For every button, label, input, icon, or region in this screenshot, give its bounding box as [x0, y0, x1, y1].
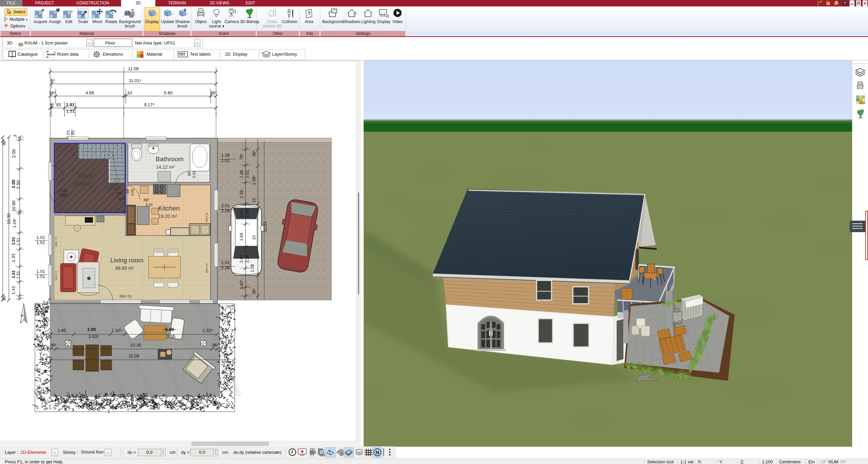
svg-text:1.41: 1.41: [11, 286, 16, 294]
svg-text:5.60: 5.60: [164, 90, 172, 95]
svg-text:36⁵: 36⁵: [252, 288, 256, 294]
svg-text:2.01: 2.01: [239, 210, 244, 218]
svg-text:BRH 75: BRH 75: [58, 144, 68, 147]
svg-text:2.01: 2.01: [146, 203, 153, 207]
svg-text:11.08: 11.08: [129, 353, 139, 358]
svg-text:19.20 m²: 19.20 m²: [158, 214, 177, 219]
svg-text:BRH 75: BRH 75: [55, 237, 58, 246]
svg-text:BRH 75: BRH 75: [55, 271, 58, 280]
svg-text:11.08: 11.08: [128, 66, 139, 71]
svg-text:4.65: 4.65: [85, 90, 94, 95]
svg-text:1.51: 1.51: [66, 109, 75, 114]
svg-text:2.50: 2.50: [16, 180, 21, 189]
svg-text:2.00: 2.00: [87, 327, 96, 332]
svg-text:36⁵: 36⁵: [50, 343, 56, 348]
svg-text:N: N: [375, 449, 379, 455]
svg-text:2.35: 2.35: [167, 334, 175, 339]
svg-text:36⁵: 36⁵: [252, 150, 256, 156]
svg-text:1.01: 1.01: [221, 158, 230, 163]
svg-text:Floor: Floor: [78, 172, 93, 180]
svg-text:2.26: 2.26: [221, 265, 230, 270]
svg-text:1.32⁵: 1.32⁵: [202, 328, 213, 333]
svg-text:83: 83: [56, 103, 61, 107]
svg-text:18.7 25.5: 18.7 25.5: [107, 187, 120, 190]
svg-text:36⁵: 36⁵: [2, 295, 6, 301]
svg-text:Kitchen: Kitchen: [158, 205, 179, 212]
svg-text:1.33: 1.33: [11, 254, 16, 262]
svg-text:1.01: 1.01: [11, 270, 16, 278]
svg-text:Living room: Living room: [110, 257, 143, 264]
svg-text:1.65: 1.65: [57, 328, 66, 333]
svg-text:2.01: 2.01: [221, 203, 230, 208]
svg-text:2.01: 2.01: [192, 171, 196, 178]
svg-text:36⁵: 36⁵: [49, 90, 56, 95]
svg-text:14.12 m²: 14.12 m²: [156, 164, 175, 170]
svg-text:1.10⁵: 1.10⁵: [112, 328, 122, 333]
svg-text:1.01: 1.01: [11, 237, 16, 245]
svg-text:1.51: 1.51: [16, 271, 21, 279]
svg-text:1.42⁵: 1.42⁵: [239, 280, 244, 289]
svg-text:11.01⁵: 11.01⁵: [129, 78, 141, 83]
svg-text:1.06: 1.06: [250, 264, 255, 272]
svg-text:36⁵: 36⁵: [210, 90, 217, 95]
svg-text:11.03: 11.03: [263, 221, 268, 232]
svg-text:16 Stg: 16 Stg: [110, 183, 119, 187]
svg-text:1.01: 1.01: [36, 235, 45, 240]
svg-text:2.01: 2.01: [118, 197, 126, 201]
svg-text:1.26: 1.26: [221, 153, 230, 158]
svg-text:10: 10: [252, 198, 256, 203]
svg-text:18.14 m²: 18.14 m²: [74, 181, 93, 186]
svg-text:10.35: 10.35: [130, 342, 141, 348]
svg-text:2.00: 2.00: [11, 180, 16, 188]
svg-text:BRH 30: BRH 30: [205, 263, 208, 273]
svg-text:2.26: 2.26: [245, 210, 250, 218]
svg-text:88⁵: 88⁵: [187, 170, 191, 176]
svg-text:2.26: 2.26: [245, 255, 250, 263]
svg-text:2.63⁵: 2.63⁵: [89, 334, 99, 339]
svg-text:1.01: 1.01: [36, 269, 45, 274]
svg-text:2.80: 2.80: [59, 193, 67, 198]
svg-text:2.01: 2.01: [130, 188, 134, 196]
svg-text:BRH 26: BRH 26: [119, 295, 131, 298]
svg-text:3: 3: [13, 135, 17, 137]
svg-text:2.00: 2.00: [59, 188, 67, 193]
svg-text:88⁵: 88⁵: [144, 198, 150, 202]
svg-text:1.01: 1.01: [66, 102, 74, 107]
svg-text:Bathroom: Bathroom: [156, 155, 184, 163]
svg-text:88⁵: 88⁵: [126, 188, 130, 194]
svg-text:1.01: 1.01: [245, 170, 250, 178]
svg-text:BRH 30: BRH 30: [205, 212, 208, 222]
svg-text:10: 10: [127, 90, 132, 95]
svg-text:79⁵: 79⁵: [239, 154, 244, 160]
svg-text:2.01: 2.01: [239, 255, 244, 263]
svg-text:2.00: 2.00: [11, 149, 16, 157]
svg-text:2.26: 2.26: [221, 208, 230, 213]
svg-text:36⁵: 36⁵: [2, 140, 6, 146]
svg-text:?: ?: [308, 11, 311, 16]
svg-text:6⁵: 6⁵: [50, 103, 54, 107]
svg-text:9.17⁵: 9.17⁵: [144, 102, 155, 107]
svg-text:10.90: 10.90: [11, 201, 16, 212]
svg-text:48.85 m²: 48.85 m²: [115, 265, 134, 271]
svg-text:36⁵: 36⁵: [212, 343, 218, 348]
svg-text:6⁵: 6⁵: [51, 78, 55, 83]
svg-text:2.56⁵: 2.56⁵: [252, 175, 256, 185]
svg-text:10: 10: [252, 235, 256, 240]
svg-text:1.94: 1.94: [239, 233, 244, 241]
svg-text:1.24⁵: 1.24⁵: [12, 218, 17, 228]
svg-text:1.51: 1.51: [16, 238, 21, 246]
svg-text:10.30: 10.30: [6, 214, 11, 225]
svg-text:88⁵: 88⁵: [117, 191, 123, 196]
svg-text:1.59: 1.59: [239, 190, 244, 198]
svg-text:?: ?: [844, 1, 846, 5]
svg-text:1.26: 1.26: [239, 170, 244, 178]
svg-text:2.01: 2.01: [221, 260, 230, 265]
